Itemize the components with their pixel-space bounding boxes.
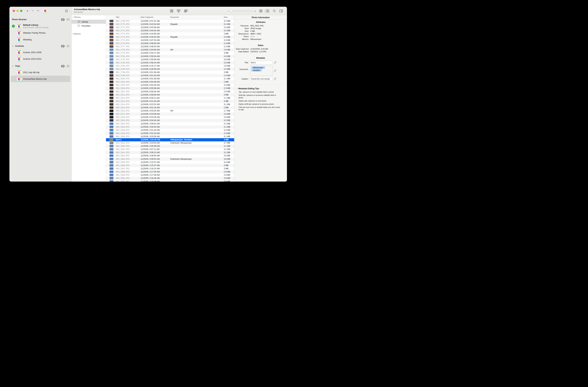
add-library-button[interactable]	[25, 9, 29, 13]
table-row[interactable]: IMG_5800.JPG11/24/09, 8:51:49 AM2.1 MB	[106, 77, 234, 80]
table-row[interactable]: IMG_5854.JPG11/25/09, 3:20:49 AM3.5 MB	[106, 180, 234, 182]
zoom-in-button[interactable]: +	[253, 9, 257, 13]
keywords-field-box[interactable]: AlbuquerqueVacation	[250, 66, 273, 76]
table-row[interactable]: IMG_5845.JPG11/25/09, 3:10:07 AM4.4 MB	[106, 161, 234, 164]
table-row[interactable]: IMG_5848.JPG11/25/09, 3:17:00 AM2.9 MB	[106, 170, 234, 174]
sidebar-item-library[interactable]: Webster Family Photos	[11, 30, 70, 36]
table-row[interactable]: IMG_5849.JPG11/25/09, 3:17:09 AM2.9 MB	[106, 174, 234, 177]
table-row[interactable]: Burt's11/25/09, 3:04:48 AMAlbuquerque, V…	[106, 138, 234, 141]
column-header-size[interactable]: Size	[224, 15, 228, 20]
remove-library-button[interactable]	[36, 9, 40, 13]
table-row[interactable]: IMG_5815.JPG11/24/09, 9:02:18 AM2 MB	[106, 106, 234, 109]
table-row[interactable]: IMG_5772.JPG11/23/09, 9:44:32 AM3.2 MB	[106, 29, 234, 32]
column-header-date-captured[interactable]: Date Captured	[141, 15, 153, 20]
column-header-title[interactable]: Title	[116, 15, 119, 20]
sidebar-item-library[interactable]: Archive 2001-2009	[11, 49, 70, 55]
column-header-keywords[interactable]: Keywords	[170, 15, 179, 20]
search-icon[interactable]	[272, 9, 277, 13]
title-field-input[interactable]: Burt's	[250, 61, 273, 64]
metadata-tips-header[interactable]: Metadata Editing Tips	[236, 88, 259, 90]
toggle-info-panel-icon[interactable]	[278, 9, 284, 13]
table-row[interactable]: IMG_5802.JPG11/24/09, 8:53:46 AM2 MB	[106, 80, 234, 84]
table-row[interactable]: IMG_5823.JPG11/25/09, 2:59:51 AM4.1 MB	[106, 122, 234, 125]
sidebar-item-library[interactable]: Arizona/New Mexico trip	[11, 76, 70, 82]
zoom-window-button[interactable]	[20, 10, 22, 12]
table-row[interactable]: IMG_5814.JPG11/24/09, 9:02:02 AM3.1 MB	[106, 103, 234, 106]
table-row[interactable]: IMG_5817.JPG11/24/09, 9:03:09 AM2.6 MB	[106, 113, 234, 116]
table-row[interactable]: IMG_5799.JPG11/24/09, 8:51:43 AM2.4 MB	[106, 74, 234, 77]
table-row[interactable]: IMG_5778.JPG11/24/09, 5:54:05 AMI402.9 M…	[106, 48, 234, 51]
section-more-button[interactable]: ●●●	[67, 45, 69, 47]
table-row[interactable]: IMG_5807.JPG11/24/09, 8:58:33 AM2.5 MB	[106, 90, 234, 93]
table-row[interactable]: IMG_5771.JPG11/23/09, 9:43:36 AM2.8 MB	[106, 26, 234, 29]
table-row[interactable]: IMG_5844.JPG11/25/09, 3:09:02 AMDowntown…	[106, 158, 234, 161]
table-row[interactable]: IMG_5810.JPG11/24/09, 8:58:56 AM3 MB	[106, 93, 234, 96]
table-row[interactable]: IMG_5819.JPG11/24/09, 9:04:04 AM3.2 MB	[106, 119, 234, 122]
table-row[interactable]: IMG_5813.JPG11/24/09, 9:01:34 AM3 MB	[106, 100, 234, 103]
table-row[interactable]: IMG_5837.JPG11/25/09, 3:07:11 AM3.1 MB	[106, 148, 234, 151]
table-row[interactable]: IMG_5806.JPG11/24/09, 8:55:58 AM2.3 MB	[106, 87, 234, 90]
table-row[interactable]: IMG_5851.JPG11/25/09, 3:18:28 AM2.9 MB	[106, 177, 234, 180]
cell-keywords	[170, 93, 221, 96]
zoom-slider-thumb[interactable]	[231, 10, 233, 12]
table-row[interactable]: IMG_5826.JPG11/25/09, 3:01:44 AM4.4 MB	[106, 129, 234, 132]
table-row[interactable]: IMG_5769.JPG11/23/09, 9:41:31 AM3.2 MB	[106, 20, 234, 23]
table-row[interactable]: IMG_5841.JPG11/25/09, 3:08:10 AM3.2 MB	[106, 151, 234, 154]
keyword-tag[interactable]: Albuquerque	[251, 67, 265, 69]
table-row[interactable]: IMG_5824.JPG11/25/09, 3:00:44 AM3.1 MB	[106, 125, 234, 129]
source-item-favorites[interactable]: Favorites	[72, 24, 106, 28]
caption-field-input[interactable]: Found this cool mosaic	[250, 77, 273, 81]
table-row[interactable]: IMG_5804.JPG11/24/09, 8:54:30 AM2.9 MB	[106, 84, 234, 87]
close-window-button[interactable]	[13, 10, 15, 12]
copy-photos-icon[interactable]	[183, 9, 188, 13]
sidebar-item-library[interactable]: Default LibraryiCloud Photos, Optimize S…	[11, 23, 70, 29]
list-view-icon[interactable]	[265, 9, 270, 13]
title-lock-icon[interactable]	[274, 61, 276, 64]
caption-lock-icon[interactable]	[274, 77, 276, 80]
table-row[interactable]: IMG_5774.JPG11/23/09, 9:45:33 AMWupatki2…	[106, 35, 234, 39]
photo-thumbnail	[109, 123, 113, 125]
table-row[interactable]: IMG_5816.JPG11/24/09, 9:03:04 AMI402.7 M…	[106, 109, 234, 113]
keyword-tag[interactable]: Vacation	[251, 69, 262, 71]
table-row[interactable]: IMG_5846.JPG11/25/09, 3:15:37 AM3 MB	[106, 164, 234, 167]
table-row[interactable]: IMG_5833.JPG11/25/09, 3:05:39 AM3.1 MB	[106, 145, 234, 148]
zoom-out-button[interactable]: −	[227, 9, 231, 13]
section-more-button[interactable]: ●●●	[67, 18, 69, 21]
table-row[interactable]: IMG_5783.JPG11/24/09, 5:56:24 AM2.8 MB	[106, 61, 234, 64]
table-row[interactable]: IMG_5773.JPG11/23/09, 9:44:55 AM3 MB	[106, 32, 234, 35]
table-row[interactable]: IMG_5770.JPG11/23/09, 9:42:04 AMWupatki3…	[106, 23, 234, 26]
table-row[interactable]: IMG_5789.JPG11/24/09, 8:46:39 AM2.4 MB	[106, 68, 234, 71]
table-row[interactable]: IMG_5779.JPG11/24/09, 5:54:17 AM3 MB	[106, 51, 234, 55]
table-row[interactable]: IMG_5782.JPG11/24/09, 5:55:55 AM3.8 MB	[106, 58, 234, 61]
section-more-button[interactable]: ●●●	[67, 65, 69, 68]
merge-libraries-icon[interactable]	[176, 9, 181, 13]
table-row[interactable]: IMG_5832.JPG11/25/09, 3:04:54 AMDowntown…	[106, 141, 234, 145]
table-row[interactable]: IMG_5847.JPG11/25/09, 3:16:13 AM3 MB	[106, 167, 234, 170]
table-row[interactable]: IMG_5829.JPG11/25/09, 3:03:35 AM3.1 MB	[106, 135, 234, 138]
grid-view-icon[interactable]	[258, 9, 263, 13]
albums-group-header[interactable]: Albums	[72, 33, 81, 35]
add-library-menu-chevron-icon[interactable]	[31, 9, 34, 13]
table-row[interactable]: IMG_5777.JPG11/23/09, 9:48:53 AM2.3 MB	[106, 45, 234, 48]
sidebar-section-archives[interactable]: Archives2●●●	[11, 44, 70, 48]
sidebar-section-trips[interactable]: Trips2●●●	[11, 64, 70, 68]
table-row[interactable]: IMG_5784.JPG11/24/09, 6:15:17 AM2.9 MB	[106, 64, 234, 68]
table-row[interactable]: IMG_5798.JPG11/24/09, 8:51:38 AM3 MB	[106, 71, 234, 74]
table-row[interactable]: IMG_5781.JPG11/24/09, 5:55:04 AM3.4 MB	[106, 55, 234, 58]
table-row[interactable]: IMG_5842.JPG11/25/09, 3:08:50 AM3.5 MB	[106, 154, 234, 157]
thumbnail-zoom-slider[interactable]	[231, 11, 253, 11]
table-row[interactable]: IMG_5828.JPG11/25/09, 3:02:24 AM2.9 MB	[106, 132, 234, 135]
source-item-library[interactable]: Library	[72, 20, 106, 24]
keywords-lock-icon[interactable]	[274, 69, 276, 72]
minimize-window-button[interactable]	[17, 10, 19, 12]
table-row[interactable]: IMG_5811.JPG11/24/09, 8:59:11 AM2.1 MB	[106, 96, 234, 100]
table-row[interactable]: IMG_5818.JPG11/24/09, 9:03:25 AM2.6 MB	[106, 116, 234, 119]
sidebar-item-library[interactable]: Archive 2010-2014	[11, 56, 70, 62]
find-duplicates-icon[interactable]	[169, 9, 174, 13]
table-row[interactable]: IMG_5775.JPG11/23/09, 9:47:04 AM4.3 MB	[106, 39, 234, 42]
photos-group-header[interactable]: Photos	[72, 16, 81, 18]
report-document-button[interactable]	[64, 9, 68, 13]
sidebar-item-library[interactable]: 2011 July 4th trip	[11, 69, 70, 75]
table-row[interactable]: IMG_5776.JPG11/23/09, 9:48:05 AM2.4 MB	[106, 42, 234, 45]
sidebar-item-library[interactable]: Wedding	[11, 36, 70, 43]
